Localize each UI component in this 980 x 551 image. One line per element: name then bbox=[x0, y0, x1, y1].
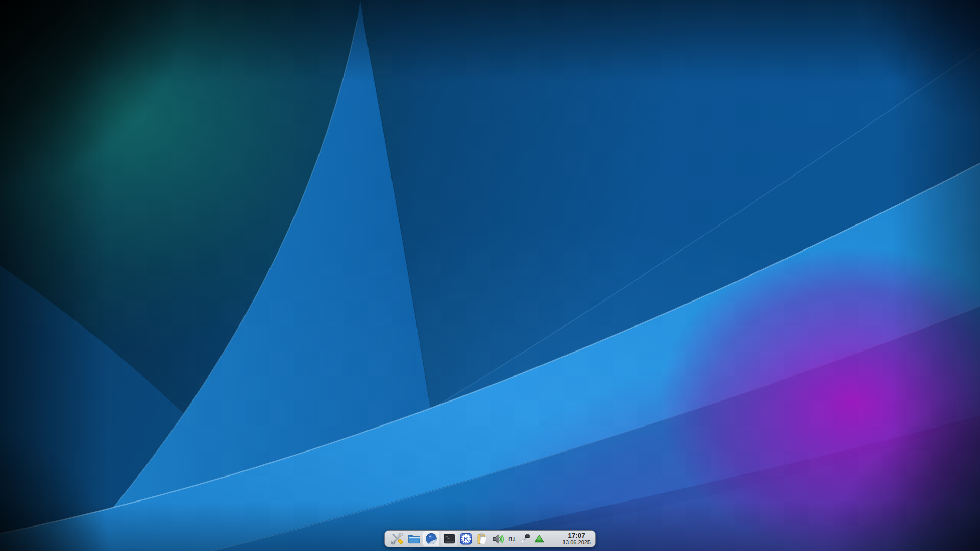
screwdriver-icon bbox=[519, 533, 531, 545]
clock-time: 17:07 bbox=[568, 532, 585, 539]
terminal-icon: >_ bbox=[443, 532, 456, 545]
wallpaper-vignette bbox=[0, 0, 980, 551]
kde-logo-icon: K bbox=[459, 532, 473, 545]
launcher-system-tools[interactable] bbox=[389, 531, 405, 546]
tools-icon bbox=[390, 532, 404, 545]
svg-text:>_: >_ bbox=[445, 535, 450, 539]
taskbar-panel: >_ K bbox=[384, 530, 596, 547]
clipboard-button[interactable] bbox=[475, 531, 489, 546]
up-triangle-icon bbox=[533, 533, 545, 545]
globe-icon bbox=[425, 532, 438, 545]
keyboard-layout-label: ru bbox=[506, 531, 517, 546]
tray-expander-button[interactable] bbox=[533, 531, 546, 546]
tray-utility-item[interactable] bbox=[519, 531, 531, 546]
folder-icon bbox=[407, 532, 421, 545]
speaker-icon bbox=[492, 533, 504, 545]
svg-text:K: K bbox=[464, 536, 469, 542]
task-web-browser[interactable] bbox=[423, 531, 439, 546]
clock-date: 13.06.2025 bbox=[562, 539, 591, 545]
launcher-file-manager[interactable] bbox=[406, 531, 422, 546]
app-launcher-button[interactable]: K bbox=[459, 531, 473, 546]
digital-clock[interactable]: 17:07 13.06.2025 bbox=[561, 532, 592, 545]
desktop: >_ K bbox=[0, 0, 980, 551]
task-terminal[interactable]: >_ bbox=[441, 531, 457, 546]
clipboard-icon bbox=[476, 533, 488, 545]
volume-button[interactable] bbox=[491, 531, 505, 546]
keyboard-layout-indicator[interactable]: ru bbox=[506, 531, 517, 546]
